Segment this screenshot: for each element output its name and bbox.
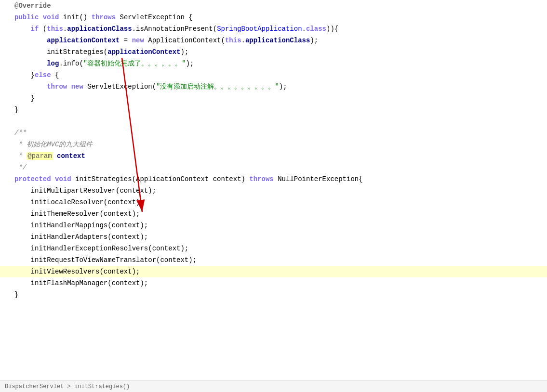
code-line: applicationContext = new ApplicationCont… — [0, 35, 547, 46]
code-line: initHandlerMappings(context); — [0, 220, 547, 231]
line-content: protected void initStrategies(Applicatio… — [14, 174, 547, 184]
code-container: @Override public void init() throws Serv… — [0, 0, 547, 392]
code-line: }else { — [0, 69, 547, 81]
line-content: @Override — [14, 0, 547, 11]
code-line: initFlashMapManager(context); — [0, 277, 547, 289]
code-line: * @param context — [0, 150, 547, 162]
code-line: public void init() throws ServletExcepti… — [0, 12, 547, 23]
line-content: initStrategies(applicationContext); — [14, 47, 547, 57]
code-line — [0, 116, 547, 127]
line-content: initThemeResolver(context); — [14, 209, 547, 219]
line-content: }else { — [14, 70, 547, 80]
line-content: * @param context — [14, 151, 547, 161]
code-line: initHandlerAdapters(context); — [0, 231, 547, 243]
line-content: } — [14, 289, 547, 300]
code-line: } — [0, 289, 547, 301]
code-line: initRequestToViewNameTranslator(context)… — [0, 254, 547, 266]
line-content: public void init() throws ServletExcepti… — [14, 12, 547, 23]
line-content: initLocaleResolver(context); — [14, 197, 547, 208]
code-line: protected void initStrategies(Applicatio… — [0, 173, 547, 185]
line-content: initFlashMapManager(context); — [14, 278, 547, 288]
line-content: initMultipartResolver(context); — [14, 185, 547, 196]
line-content: log.info("容器初始化完成了。。。。。。"); — [14, 58, 547, 69]
code-line: throw new ServletException("没有添加启动注解。。。。… — [0, 81, 547, 92]
code-line: initThemeResolver(context); — [0, 208, 547, 220]
line-content: initHandlerExceptionResolvers(context); — [14, 243, 547, 254]
line-content: /** — [14, 128, 547, 138]
line-content: initRequestToViewNameTranslator(context)… — [14, 255, 547, 265]
code-line: log.info("容器初始化完成了。。。。。。"); — [0, 58, 547, 69]
line-content: */ — [14, 162, 547, 173]
breadcrumb-bar: DispatcherServlet > initStrategies() — [0, 380, 547, 392]
line-content: initViewResolvers(context); — [14, 266, 547, 277]
code-line: initLocaleResolver(context); — [0, 196, 547, 208]
breadcrumb-text: DispatcherServlet > initStrategies() — [5, 383, 130, 390]
code-line: * 初始化MVC的九大组件 — [0, 139, 547, 150]
code-area: @Override public void init() throws Serv… — [0, 0, 547, 301]
line-content: initHandlerAdapters(context); — [14, 232, 547, 242]
line-content: } — [14, 93, 547, 104]
code-line: } — [0, 92, 547, 104]
code-line: */ — [0, 162, 547, 173]
line-content — [14, 116, 547, 127]
code-line-highlighted: initViewResolvers(context); — [0, 266, 547, 277]
code-line: initHandlerExceptionResolvers(context); — [0, 243, 547, 254]
line-content: throw new ServletException("没有添加启动注解。。。。… — [14, 81, 547, 92]
code-line: initMultipartResolver(context); — [0, 185, 547, 196]
code-line: } — [0, 104, 547, 116]
line-content: * 初始化MVC的九大组件 — [14, 139, 547, 150]
code-line: /** — [0, 127, 547, 139]
line-content: } — [14, 105, 547, 115]
line-content: if (this.applicationClass.isAnnotationPr… — [14, 24, 547, 34]
code-line: @Override — [0, 0, 547, 12]
code-line: initStrategies(applicationContext); — [0, 46, 547, 58]
code-line: if (this.applicationClass.isAnnotationPr… — [0, 23, 547, 35]
line-content: initHandlerMappings(context); — [14, 220, 547, 231]
line-content: applicationContext = new ApplicationCont… — [14, 35, 547, 46]
